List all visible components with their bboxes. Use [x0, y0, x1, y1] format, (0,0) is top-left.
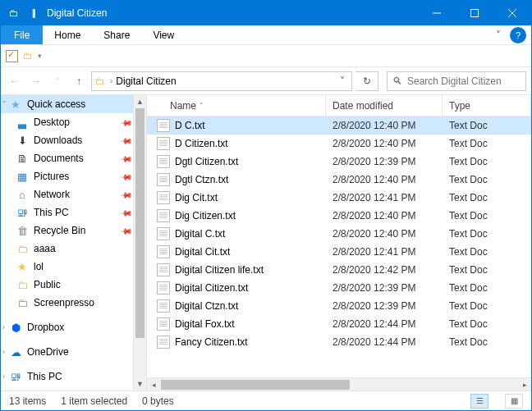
- minimize-button[interactable]: [418, 1, 456, 25]
- sidebar-item-label: Screenpresso: [34, 297, 94, 308]
- scroll-up-icon[interactable]: ▲: [134, 95, 146, 108]
- scroll-thumb[interactable]: [135, 108, 144, 338]
- sidebar-item-icon: ☁: [9, 345, 22, 358]
- sidebar-item-label: Desktop: [34, 116, 70, 128]
- search-input[interactable]: 🔍︎ Search Digital Citizen: [387, 71, 526, 91]
- quick-access-toolbar: 🗀 ▾: [1, 45, 531, 67]
- qat-overflow-icon[interactable]: ▾: [38, 52, 42, 60]
- title-sep-icon: ▌: [27, 9, 44, 17]
- sidebar-item-icon: ★: [16, 260, 29, 273]
- sidebar-item-label: Documents: [34, 153, 84, 164]
- close-button[interactable]: [493, 1, 531, 25]
- sidebar-item-public[interactable]: 🗀Public: [1, 276, 146, 294]
- sidebar-item-icon: 🗀: [16, 296, 29, 309]
- sidebar-item-icon: ⌂: [16, 188, 29, 201]
- sidebar-item-icon: 🗎: [16, 152, 29, 165]
- table-row[interactable]: D Citizen.txt2/8/2020 12:40 PMText Doc: [147, 135, 531, 153]
- tree-caret-icon[interactable]: ˅: [2, 100, 7, 108]
- view-details-button[interactable]: ☰: [470, 394, 488, 409]
- sidebar-item-downloads[interactable]: ⬇Downloads📌: [1, 131, 146, 149]
- sidebar-item-aaaa[interactable]: 🗀aaaa: [1, 240, 146, 258]
- column-type[interactable]: Type: [443, 95, 531, 116]
- text-file-icon: [157, 155, 170, 168]
- ribbon-toggle-icon[interactable]: ˅: [488, 25, 508, 44]
- table-row[interactable]: Dgtl Ctzn.txt2/8/2020 12:40 PMText Doc: [147, 171, 531, 189]
- qat-folder-icon[interactable]: 🗀: [23, 50, 33, 62]
- address-bar[interactable]: 🗀 › Digital Citizen ˅: [91, 71, 352, 91]
- status-size: 0 bytes: [142, 395, 174, 407]
- sidebar-item-icon: 🖳: [16, 206, 29, 219]
- file-type: Text Doc: [443, 192, 531, 203]
- sidebar-item-label: OneDrive: [27, 346, 69, 358]
- table-row[interactable]: D C.txt2/8/2020 12:40 PMText Doc: [147, 116, 531, 135]
- address-chevron-icon[interactable]: ›: [110, 76, 112, 85]
- file-type: Text Doc: [443, 336, 531, 348]
- table-row[interactable]: Dig Cit.txt2/8/2020 12:41 PMText Doc: [147, 189, 531, 207]
- sidebar-item-onedrive[interactable]: ›☁OneDrive: [1, 343, 146, 361]
- text-file-icon: [157, 173, 170, 186]
- sidebar-item-pictures[interactable]: ▦Pictures📌: [1, 167, 146, 185]
- file-date: 2/8/2020 12:40 PM: [326, 210, 443, 221]
- properties-toggle-icon[interactable]: [6, 50, 18, 62]
- refresh-button[interactable]: ↻: [355, 71, 378, 91]
- navigation-pane: ˅★Quick access▃Desktop📌⬇Downloads📌🗎Docum…: [1, 95, 147, 390]
- sidebar-item-network[interactable]: ⌂Network📌: [1, 185, 146, 203]
- sidebar-item-recycle-bin[interactable]: 🗑Recycle Bin📌: [1, 221, 146, 240]
- table-row[interactable]: Digital Ctzn.txt2/8/2020 12:39 PMText Do…: [147, 297, 531, 315]
- sidebar-item-documents[interactable]: 🗎Documents📌: [1, 149, 146, 167]
- sidebar-item-screenpresso[interactable]: 🗀Screenpresso: [1, 294, 146, 312]
- file-date: 2/8/2020 12:42 PM: [326, 264, 443, 276]
- breadcrumb[interactable]: Digital Citizen: [116, 75, 176, 87]
- table-row[interactable]: Dgtl Citizen.txt2/8/2020 12:39 PMText Do…: [147, 153, 531, 171]
- view-large-button[interactable]: ▦: [505, 394, 523, 409]
- table-row[interactable]: Digital Citizen life.txt2/8/2020 12:42 P…: [147, 261, 531, 279]
- table-row[interactable]: Digital Cit.txt2/8/2020 12:41 PMText Doc: [147, 243, 531, 261]
- file-type: Text Doc: [443, 210, 531, 221]
- back-button[interactable]: ←: [6, 72, 24, 90]
- sidebar-item-icon: ▃: [16, 116, 29, 129]
- address-drop-icon[interactable]: ˅: [337, 75, 348, 87]
- share-tab[interactable]: Share: [92, 25, 141, 44]
- scroll-left-icon[interactable]: ◂: [147, 381, 160, 389]
- table-row[interactable]: Digital Fox.txt2/8/2020 12:44 PMText Doc: [147, 315, 531, 333]
- sidebar-item-dropbox[interactable]: ›⬢Dropbox: [1, 318, 146, 336]
- maximize-button[interactable]: [456, 1, 493, 25]
- sidebar-item-quick-access[interactable]: ˅★Quick access: [1, 95, 146, 113]
- column-name-label: Name: [170, 100, 196, 112]
- file-type: Text Doc: [443, 228, 531, 240]
- text-file-icon: [157, 317, 170, 331]
- scroll-right-icon[interactable]: ▸: [518, 381, 531, 389]
- sidebar-scrollbar[interactable]: ▲ ▼: [133, 95, 146, 390]
- file-tab[interactable]: File: [1, 25, 43, 44]
- help-button[interactable]: ?: [510, 27, 526, 43]
- sidebar-item-desktop[interactable]: ▃Desktop📌: [1, 113, 146, 131]
- recent-drop-icon[interactable]: ˅: [48, 72, 66, 90]
- hscroll-thumb[interactable]: [161, 380, 350, 390]
- forward-button[interactable]: →: [27, 72, 45, 90]
- tree-caret-icon[interactable]: ›: [2, 372, 5, 381]
- home-tab[interactable]: Home: [43, 25, 92, 44]
- sidebar-item-label: lol: [34, 261, 44, 272]
- scroll-down-icon[interactable]: ▼: [134, 377, 146, 390]
- table-row[interactable]: Digital Citizen.txt2/8/2020 12:39 PMText…: [147, 279, 531, 297]
- column-date[interactable]: Date modified: [326, 95, 443, 116]
- column-name[interactable]: Name ˄: [147, 95, 326, 116]
- table-row[interactable]: Fancy Citizen.txt2/8/2020 12:44 PMText D…: [147, 333, 531, 351]
- sidebar-item-this-pc[interactable]: 🖳This PC📌: [1, 203, 146, 221]
- file-date: 2/8/2020 12:40 PM: [326, 120, 443, 131]
- table-row[interactable]: Digital C.txt2/8/2020 12:40 PMText Doc: [147, 225, 531, 243]
- horizontal-scrollbar[interactable]: ◂ ▸: [147, 377, 531, 390]
- table-row[interactable]: Dig Citizen.txt2/8/2020 12:40 PMText Doc: [147, 207, 531, 225]
- pin-icon: 📌: [120, 188, 133, 201]
- sidebar-item-label: This PC: [34, 207, 69, 218]
- view-tab[interactable]: View: [141, 25, 186, 44]
- tree-caret-icon[interactable]: ›: [2, 348, 5, 356]
- sidebar-item-lol[interactable]: ★lol: [1, 258, 146, 276]
- up-button[interactable]: ↑: [70, 72, 88, 90]
- file-date: 2/8/2020 12:40 PM: [326, 138, 443, 149]
- file-name: Digital C.txt: [175, 228, 225, 240]
- pin-icon: 📌: [120, 152, 133, 165]
- sidebar-item-this-pc[interactable]: ›🖳This PC: [1, 368, 146, 386]
- sidebar-item-label: Downloads: [34, 135, 82, 146]
- tree-caret-icon[interactable]: ›: [2, 323, 5, 331]
